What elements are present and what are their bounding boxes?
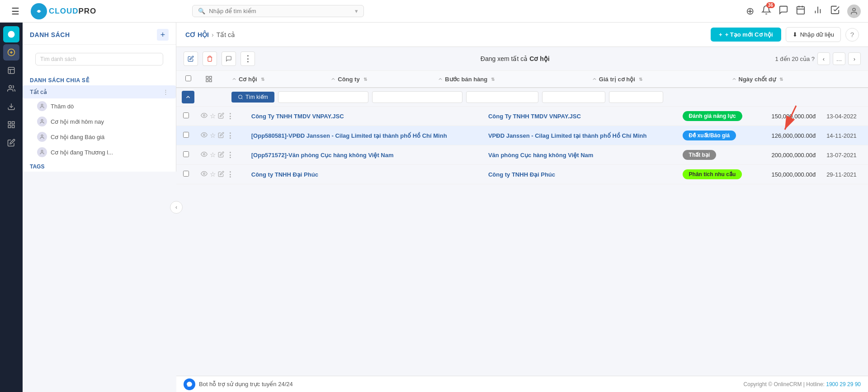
collapse-sidebar-button[interactable]: ‹: [170, 201, 183, 214]
value-search-input[interactable]: [542, 91, 605, 103]
search-button[interactable]: Tìm kiếm: [231, 92, 274, 103]
svg-rect-2: [797, 7, 805, 14]
opportunity-link[interactable]: [Opp580581]-VPĐD Janssen - Cilag Limited…: [251, 132, 447, 139]
user-avatar[interactable]: [847, 5, 861, 18]
svg-rect-22: [12, 126, 14, 128]
left-rail: [0, 23, 23, 392]
col-value[interactable]: Giá trị cơ hội ⇅: [586, 71, 726, 88]
row-checkbox-2[interactable]: [183, 151, 189, 157]
row-edit-icon[interactable]: [218, 132, 224, 140]
more-toolbar-button[interactable]: ⋮: [241, 51, 255, 66]
col-opportunity[interactable]: Cơ hội ⇅: [226, 71, 325, 88]
search-list-input[interactable]: Tìm danh sách: [35, 53, 163, 65]
grid-icon[interactable]: [3, 117, 19, 133]
row-checkbox-3[interactable]: [183, 171, 189, 177]
chat-widget[interactable]: Bot hỗ trợ sử dụng trực tuyến 24/24: [184, 378, 293, 390]
svg-point-9: [853, 8, 855, 11]
messages-icon[interactable]: [778, 5, 788, 17]
hamburger-menu-icon[interactable]: ☰: [7, 3, 24, 19]
company-link[interactable]: Văn phòng Cục hàng không Việt Nam: [488, 152, 593, 159]
sales-icon[interactable]: [3, 44, 19, 61]
add-icon[interactable]: ⊕: [746, 5, 754, 17]
opportunity-link[interactable]: Công ty TNHH Đại Phúc: [251, 171, 318, 178]
row-view-icon[interactable]: [201, 112, 208, 120]
contacts-icon[interactable]: [3, 80, 19, 97]
col-date[interactable]: Ngày chốt dự ⇅: [726, 71, 868, 88]
row-more-icon[interactable]: ⋮: [226, 112, 234, 121]
download-icon[interactable]: [3, 98, 19, 115]
stage-search-input[interactable]: [466, 91, 538, 103]
more-icon[interactable]: ⋮: [163, 89, 169, 95]
stage-badge: Phân tích nhu cầu: [683, 169, 742, 179]
row-actions-cell: ☆ ⋮: [195, 145, 245, 165]
help-button[interactable]: ?: [845, 28, 859, 42]
plus-icon: +: [719, 31, 722, 38]
shared-list-all[interactable]: Tất cả ⋮: [23, 85, 176, 98]
comment-toolbar-button[interactable]: [222, 51, 236, 66]
search-dropdown-icon[interactable]: ▾: [355, 8, 358, 14]
row-view-icon[interactable]: [201, 151, 208, 159]
sidebar-item-bao-gia[interactable]: Cơ hội đang Báo giá: [23, 129, 176, 145]
row-more-icon[interactable]: ⋮: [226, 131, 234, 140]
opportunity-link[interactable]: [Opp571572]-Văn phòng Cục hàng không Việ…: [251, 152, 394, 159]
hotline-link[interactable]: 1900 29 29 90: [826, 381, 861, 387]
pagination-prev-button[interactable]: ‹: [817, 52, 830, 65]
opportunity-search-input[interactable]: [278, 91, 368, 103]
row-opportunity-cell: [Opp580581]-VPĐD Janssen - Cilag Limited…: [246, 126, 483, 145]
date-search-input[interactable]: [609, 91, 663, 103]
select-all-checkbox[interactable]: [185, 75, 191, 81]
row-checkbox-1[interactable]: [183, 132, 189, 138]
notification-icon[interactable]: 36: [761, 5, 771, 17]
pagination-next-button[interactable]: ›: [848, 52, 861, 65]
company-link[interactable]: Công ty TNHH Đại Phúc: [488, 171, 555, 178]
row-star-icon[interactable]: ☆: [210, 151, 216, 159]
svg-rect-20: [8, 121, 10, 124]
sidebar-item-thuong-luong[interactable]: Cơ hội đang Thương l...: [23, 145, 176, 160]
add-list-button[interactable]: +: [157, 29, 169, 41]
breadcrumb: CƠ HỘI › Tất cả: [185, 31, 235, 38]
col-stage[interactable]: Bước bán hàng ⇅: [432, 71, 586, 88]
breadcrumb-parent[interactable]: CƠ HỘI: [185, 31, 209, 38]
row-star-icon[interactable]: ☆: [210, 170, 216, 178]
row-edit-icon[interactable]: [218, 151, 224, 159]
row-checkbox-0[interactable]: [183, 112, 189, 118]
edit-toolbar-button[interactable]: [184, 51, 198, 66]
row-more-icon[interactable]: ⋮: [226, 151, 234, 159]
row-star-icon[interactable]: ☆: [210, 112, 216, 120]
home-icon[interactable]: [3, 26, 19, 42]
search-bar[interactable]: 🔍 ▾: [192, 5, 364, 17]
row-edit-icon[interactable]: [218, 171, 224, 178]
row-view-icon[interactable]: [201, 131, 208, 140]
delete-toolbar-button[interactable]: [203, 51, 217, 66]
company-search-input[interactable]: [372, 91, 462, 103]
calendar-icon[interactable]: [796, 5, 806, 17]
analytics-icon[interactable]: [813, 5, 823, 17]
col-company[interactable]: Công ty ⇅: [325, 71, 432, 88]
row-more-icon[interactable]: ⋮: [226, 170, 234, 179]
sidebar: DANH SÁCH + Tìm danh sách DANH SÁCH CHIA…: [23, 23, 176, 172]
row-edit-icon[interactable]: [218, 112, 224, 120]
checkbox-header[interactable]: [176, 71, 200, 88]
sidebar-item-tham-do[interactable]: Thăm dò: [23, 98, 176, 114]
tasks-icon[interactable]: [830, 5, 840, 17]
chat-widget-text: Bot hỗ trợ sử dụng trực tuyến 24/24: [199, 381, 293, 387]
svg-rect-21: [12, 121, 14, 124]
stage-badge: Đánh giá năng lực: [683, 111, 742, 121]
company-link[interactable]: VPĐD Janssen - Cilag Limited tại thành p…: [488, 132, 646, 139]
sidebar-item-co-hoi-moi[interactable]: Cơ hội mới hôm nay: [23, 114, 176, 129]
table-row: ☆ ⋮ Công Ty TNHH TMDV VNPAY.JSC Công Ty …: [176, 107, 868, 126]
company-link[interactable]: Công Ty TNHH TMDV VNPAY.JSC: [488, 113, 581, 120]
import-data-button[interactable]: ⬇ Nhập dữ liệu: [786, 27, 841, 42]
edit-icon[interactable]: [3, 135, 19, 151]
thuong-luong-label: Cơ hội đang Thương l...: [51, 149, 113, 156]
pagination-ellipsis-button[interactable]: …: [833, 52, 845, 65]
header-actions: + + Tạo mới Cơ hội ⬇ Nhập dữ liệu ?: [711, 27, 859, 42]
row-view-icon[interactable]: [201, 170, 208, 178]
reports-icon[interactable]: [3, 62, 19, 79]
breadcrumb-current: Tất cả: [217, 31, 235, 38]
opportunity-link[interactable]: Công Ty TNHH TMDV VNPAY.JSC: [251, 113, 344, 120]
create-opportunity-button[interactable]: + + Tạo mới Cơ hội: [711, 28, 781, 42]
search-input[interactable]: [209, 8, 351, 14]
column-toggle-header[interactable]: [200, 71, 226, 88]
row-star-icon[interactable]: ☆: [210, 131, 216, 140]
